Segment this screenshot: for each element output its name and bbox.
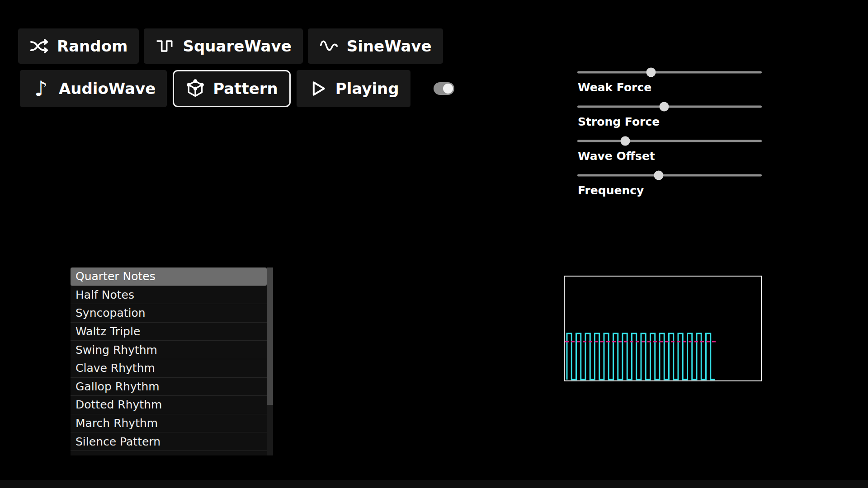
list-item[interactable]: Syncopation — [71, 304, 267, 323]
list-item-label: Gallop Rhythm — [75, 380, 160, 393]
cube-icon — [185, 79, 205, 99]
toolbar-row-1: Random SquareWave SineWave — [18, 28, 443, 64]
list-item[interactable]: March Rhythm — [71, 414, 267, 433]
playing-toggle[interactable] — [434, 82, 454, 95]
list-item[interactable]: Swing Rhythm — [71, 341, 267, 359]
list-item-label: Quarter Notes — [75, 270, 156, 283]
list-item[interactable]: Dotted Rhythm — [71, 396, 267, 414]
wave-offset-slider[interactable] — [577, 135, 762, 147]
wave-offset-group: Wave Offset — [577, 135, 762, 163]
music-note-icon: ♪ — [31, 79, 51, 99]
shuffle-icon — [29, 36, 49, 56]
list-item-label: March Rhythm — [75, 417, 158, 430]
squarewave-button[interactable]: SquareWave — [144, 28, 302, 64]
square-wave-trace — [567, 333, 715, 380]
list-item-label: Half Notes — [75, 288, 134, 301]
list-item[interactable]: Clave Rhythm — [71, 359, 267, 378]
audiowave-button-label: AudioWave — [59, 80, 156, 98]
random-button-label: Random — [57, 37, 127, 55]
waveform-canvas — [565, 277, 761, 380]
slider-thumb[interactable] — [646, 68, 656, 77]
playing-button-label: Playing — [335, 80, 399, 98]
sinewave-icon — [319, 36, 339, 56]
slider-thumb[interactable] — [654, 171, 663, 180]
list-item[interactable]: Waltz Triple — [71, 323, 267, 341]
list-item[interactable]: Quarter Notes — [71, 267, 267, 286]
bottom-strip — [0, 480, 868, 488]
list-scrollbar-thumb[interactable] — [267, 267, 273, 405]
sinewave-button-label: SineWave — [347, 37, 432, 55]
slider-thumb[interactable] — [621, 136, 630, 146]
pattern-button[interactable]: Pattern — [173, 70, 291, 107]
slider-track[interactable] — [577, 140, 762, 142]
audiowave-button[interactable]: ♪ AudioWave — [20, 70, 167, 107]
sinewave-button[interactable]: SineWave — [308, 28, 443, 64]
list-item-label: Clave Rhythm — [75, 361, 155, 375]
list-scrollbar[interactable] — [267, 267, 273, 455]
squarewave-button-label: SquareWave — [183, 37, 291, 55]
weak-force-slider[interactable] — [577, 66, 762, 79]
list-item-label: Waltz Triple — [75, 325, 140, 338]
frequency-label: Frequency — [578, 184, 762, 197]
slider-thumb[interactable] — [659, 102, 669, 112]
toggle-knob — [443, 84, 453, 94]
list-item-label: Silence Pattern — [75, 435, 160, 448]
playing-button[interactable]: Playing — [297, 70, 410, 107]
toolbar-row-2: ♪ AudioWave Pattern Playing — [20, 70, 454, 107]
list-item-label: Syncopation — [75, 306, 146, 319]
frequency-slider[interactable] — [577, 169, 762, 182]
list-item-label: Swing Rhythm — [75, 343, 157, 357]
squarewave-icon — [155, 36, 175, 56]
slider-track[interactable] — [577, 174, 762, 177]
random-button[interactable]: Random — [18, 28, 139, 64]
app-window: Random SquareWave SineWave ♪ AudioWave — [0, 0, 868, 488]
strong-force-label: Strong Force — [578, 115, 762, 129]
pattern-button-label: Pattern — [213, 80, 278, 98]
strong-force-slider[interactable] — [577, 100, 762, 113]
list-item-label: Dotted Rhythm — [75, 398, 162, 411]
waveform-display — [564, 276, 762, 381]
slider-panel: Weak Force Strong Force Wave Offset Freq… — [577, 66, 762, 203]
weak-force-label: Weak Force — [578, 81, 762, 94]
weak-force-group: Weak Force — [577, 66, 762, 94]
list-item[interactable]: Half Notes — [71, 286, 267, 305]
list-item[interactable]: Gallop Rhythm — [71, 378, 267, 396]
slider-track[interactable] — [577, 106, 762, 108]
play-icon — [308, 79, 328, 99]
strong-force-group: Strong Force — [577, 100, 762, 129]
frequency-group: Frequency — [577, 169, 762, 197]
pattern-list: Quarter NotesHalf NotesSyncopationWaltz … — [71, 267, 273, 455]
wave-offset-label: Wave Offset — [578, 150, 762, 163]
slider-track[interactable] — [577, 71, 762, 74]
pattern-list-items: Quarter NotesHalf NotesSyncopationWaltz … — [71, 267, 267, 455]
list-item[interactable]: Silence Pattern — [71, 432, 267, 451]
